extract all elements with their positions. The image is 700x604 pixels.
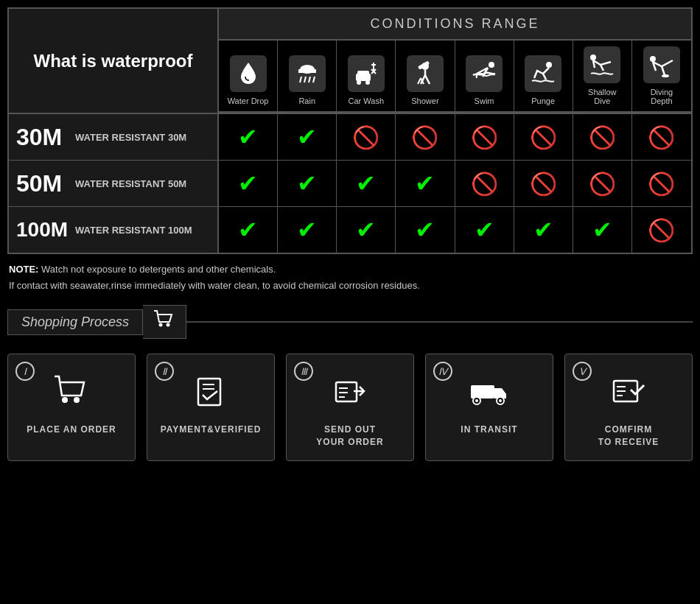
cell-100m-6: ✔ (514, 207, 573, 253)
table-data-rows: 30M WATER RESISTANT 30M ✔ ✔ 🚫 🚫 🚫 🚫 🚫 🚫 … (9, 114, 691, 253)
shower-icon (407, 55, 444, 92)
cell-30m-2: ✔ (278, 114, 337, 160)
shower-label: Shower (411, 96, 438, 105)
rain-icon (289, 55, 326, 92)
step3-label: SEND OUTYOUR ORDER (316, 424, 383, 449)
row-label-30m: 30M WATER RESISTANT 30M (9, 114, 219, 160)
resistance-number-30m: 30M (16, 124, 68, 151)
step2-icon (192, 375, 229, 415)
svg-point-31 (74, 397, 80, 403)
water-drop-label: Water Drop (228, 96, 269, 105)
svg-line-4 (309, 77, 310, 82)
cell-50m-2: ✔ (278, 161, 337, 206)
svg-line-17 (425, 75, 430, 84)
svg-line-5 (313, 77, 315, 82)
shopping-header-line (186, 321, 693, 323)
resistance-number-50m: 50M (16, 170, 68, 197)
step3-number: Ⅲ (294, 362, 313, 381)
step4-icon (469, 375, 510, 415)
step2-label: PAYMENT&VERIFIED (161, 424, 262, 436)
condition-shower: Shower (396, 41, 455, 111)
car-wash-label: Car Wash (349, 96, 385, 105)
notes-section: NOTE: Watch not exposure to detergents a… (9, 261, 691, 294)
shopping-process-header: Shopping Process (7, 305, 693, 339)
rain-label: Rain (298, 96, 315, 105)
table-main-label: What is waterproof (9, 9, 219, 113)
diving-depth-label: DivingDepth (651, 88, 673, 105)
resistance-label-30m: WATER RESISTANT 30M (75, 132, 186, 143)
shallow-dive-icon (584, 46, 620, 83)
condition-diving-depth: DivingDepth (632, 41, 691, 111)
shopping-process-title-box: Shopping Process (7, 309, 143, 335)
cell-50m-1: ✔ (219, 161, 278, 206)
svg-point-9 (365, 80, 370, 85)
step4-label: IN TRANSIT (461, 424, 517, 436)
svg-rect-40 (471, 385, 494, 398)
conditions-header: CONDITIONS RANGE (219, 9, 691, 41)
svg-point-44 (499, 399, 502, 402)
step1-label: PLACE AN ORDER (27, 424, 116, 436)
plunge-icon (525, 55, 561, 92)
step2-number: Ⅱ (155, 362, 174, 381)
cell-50m-6: 🚫 (514, 161, 573, 206)
svg-point-8 (357, 80, 361, 85)
note-line2: If contact with seawater,rinse immediate… (9, 278, 691, 294)
cell-30m-6: 🚫 (514, 114, 573, 160)
resistance-number-100m: 100M (16, 218, 68, 242)
row-label-100m: 100M WATER RESISTANT 100M (9, 207, 219, 253)
shopping-cart-icon (153, 315, 175, 333)
svg-point-27 (662, 74, 669, 77)
shopping-cart-icon-box (143, 305, 186, 339)
table-header-row: What is waterproof CONDITIONS RANGE Wate… (9, 9, 691, 114)
step5-label: COMFIRMTO RECEIVE (598, 424, 659, 449)
note-label: NOTE: (9, 264, 38, 275)
waterproof-title: What is waterproof (33, 51, 192, 71)
svg-line-2 (300, 77, 301, 82)
svg-point-25 (590, 55, 596, 60)
row-100m-cells: ✔ ✔ ✔ ✔ ✔ ✔ ✔ 🚫 (219, 207, 691, 253)
shallow-dive-label: ShallowDive (588, 88, 617, 105)
resistance-label-100m: WATER RESISTANT 100M (75, 225, 192, 236)
conditions-icons-row: Water Drop Rain (219, 41, 691, 113)
note-line1: Watch not exposure to detergents and oth… (38, 264, 276, 275)
svg-point-21 (489, 62, 494, 68)
cell-30m-4: 🚫 (396, 114, 455, 160)
cell-50m-8: 🚫 (632, 161, 691, 206)
svg-rect-1 (298, 69, 316, 73)
car-wash-icon (348, 55, 385, 92)
cell-100m-7: ✔ (573, 207, 632, 253)
table-row-30m: 30M WATER RESISTANT 30M ✔ ✔ 🚫 🚫 🚫 🚫 🚫 🚫 (9, 114, 691, 161)
cell-50m-4: ✔ (396, 161, 455, 206)
step-in-transit: Ⅳ IN TRANSIT (425, 354, 553, 461)
cell-100m-1: ✔ (219, 207, 278, 253)
cell-100m-4: ✔ (396, 207, 455, 253)
cell-30m-8: 🚫 (632, 114, 691, 160)
table-row-100m: 100M WATER RESISTANT 100M ✔ ✔ ✔ ✔ ✔ ✔ ✔ … (9, 207, 691, 253)
row-label-50m: 50M WATER RESISTANT 50M (9, 161, 219, 206)
waterproof-table: What is waterproof CONDITIONS RANGE Wate… (7, 7, 693, 254)
condition-shallow-dive: ShallowDive (573, 41, 632, 111)
step-payment: Ⅱ PAYMENT&VERIFIED (147, 354, 275, 461)
step5-icon (610, 375, 647, 415)
swim-label: Swim (475, 96, 494, 105)
condition-water-drop: Water Drop (219, 41, 278, 111)
cell-100m-8: 🚫 (632, 207, 691, 253)
row-50m-cells: ✔ ✔ ✔ ✔ 🚫 🚫 🚫 🚫 (219, 161, 691, 206)
step-send-out: Ⅲ SEND OUTYOUR ORDER (286, 354, 414, 461)
step-place-order: Ⅰ PLACE AN ORDER (7, 354, 136, 461)
step-confirm-receive: Ⅴ COMFIRMTO RECEIVE (564, 354, 693, 461)
cell-100m-2: ✔ (278, 207, 337, 253)
svg-point-26 (650, 56, 656, 62)
shopping-steps-row: Ⅰ PLACE AN ORDER Ⅱ PAYMENT&VERIFIED Ⅲ (7, 354, 693, 461)
diving-depth-icon (643, 46, 680, 83)
step1-icon (53, 375, 90, 415)
cell-100m-5: ✔ (455, 207, 514, 253)
step1-number: Ⅰ (15, 362, 35, 381)
row-30m-cells: ✔ ✔ 🚫 🚫 🚫 🚫 🚫 🚫 (219, 114, 691, 160)
cell-50m-7: 🚫 (573, 161, 632, 206)
water-drop-icon (230, 55, 267, 92)
condition-rain: Rain (278, 41, 337, 111)
plunge-label: Punge (531, 96, 555, 105)
condition-swim: Swim (455, 41, 514, 111)
svg-point-29 (167, 323, 170, 327)
